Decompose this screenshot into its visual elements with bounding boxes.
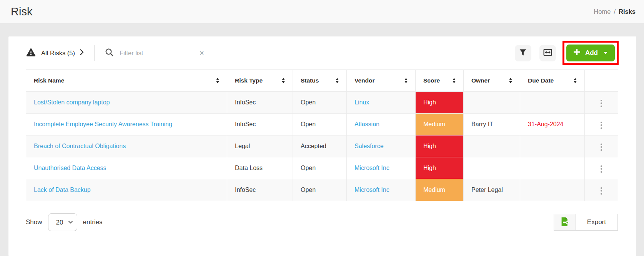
column-header[interactable]: Status xyxy=(293,70,347,92)
vendor-cell: Salesforce xyxy=(347,135,416,157)
kebab-menu-icon[interactable] xyxy=(598,185,604,197)
risk-name-cell: Lack of Data Backup xyxy=(26,179,227,201)
table-row: Incomplete Employee Security Awareness T… xyxy=(26,114,618,135)
owner-cell: Barry IT xyxy=(464,114,520,135)
vendor-link[interactable]: Microsoft Inc xyxy=(354,187,389,193)
view-selector-label: All Risks (5) xyxy=(41,50,75,57)
sort-arrows-icon[interactable] xyxy=(404,78,408,84)
row-actions-cell xyxy=(585,179,618,201)
filter-funnel-icon xyxy=(518,48,528,58)
sort-arrows-icon[interactable] xyxy=(282,78,285,84)
score-badge: High xyxy=(416,135,463,157)
risk-table: Risk NameRisk TypeStatusVendorScoreOwner… xyxy=(26,69,618,201)
vendor-link[interactable]: Microsoft Inc xyxy=(354,165,389,171)
score-cell: High xyxy=(416,92,464,114)
risk-name-link[interactable]: Lack of Data Backup xyxy=(34,187,91,193)
risk-type-cell: InfoSec xyxy=(227,92,293,114)
filter-button[interactable] xyxy=(515,45,531,61)
risk-name-link[interactable]: Breach of Contractual Obligations xyxy=(34,143,126,149)
breadcrumb: Home / Risks xyxy=(594,8,636,15)
column-header[interactable]: Risk Name xyxy=(26,70,227,92)
risk-name-link[interactable]: Unauthorised Data Access xyxy=(34,165,107,171)
page-size-select[interactable]: 20 xyxy=(48,213,77,231)
vendor-link[interactable]: Atlassian xyxy=(354,121,379,127)
score-cell: High xyxy=(416,157,464,179)
entries-label: entries xyxy=(83,218,103,226)
column-header-label: Vendor xyxy=(354,77,375,84)
caret-down-icon xyxy=(604,52,607,54)
score-badge: High xyxy=(416,157,463,179)
due-date-cell xyxy=(520,157,585,179)
breadcrumb-home-link[interactable]: Home xyxy=(594,8,611,15)
due-date-cell: 31-Aug-2024 xyxy=(520,114,585,135)
kebab-menu-icon[interactable] xyxy=(598,163,604,175)
due-date-cell xyxy=(520,92,585,114)
column-header[interactable]: Owner xyxy=(464,70,520,92)
vendor-link[interactable]: Salesforce xyxy=(354,143,384,149)
kebab-menu-icon[interactable] xyxy=(598,119,604,131)
sort-arrows-icon[interactable] xyxy=(336,78,339,84)
table-footer: Show 20 entries xyxy=(26,213,618,231)
add-button-label: Add xyxy=(585,49,598,57)
sort-arrows-icon[interactable] xyxy=(453,78,456,84)
chevron-right-icon xyxy=(80,49,84,57)
vendor-link[interactable]: Linux xyxy=(354,99,369,106)
top-bar: Risk Home / Risks xyxy=(0,0,644,24)
clear-filter-icon[interactable]: ✕ xyxy=(199,50,204,57)
sort-arrows-icon[interactable] xyxy=(509,78,512,84)
kebab-menu-icon[interactable] xyxy=(598,141,604,153)
table-row: Lack of Data BackupInfoSecOpenMicrosoft … xyxy=(26,179,618,201)
plus-icon xyxy=(574,49,580,57)
owner-cell xyxy=(464,92,520,114)
column-width-button[interactable] xyxy=(539,45,556,61)
breadcrumb-separator: / xyxy=(614,8,616,15)
column-header[interactable]: Risk Type xyxy=(227,70,293,92)
add-button[interactable]: Add xyxy=(566,45,615,61)
risk-type-cell: InfoSec xyxy=(227,114,293,135)
due-date-cell xyxy=(520,135,585,157)
column-header-label: Due Date xyxy=(528,77,554,84)
table-row: Unauthorised Data AccessData LossOpenMic… xyxy=(26,157,618,179)
status-cell: Open xyxy=(293,179,347,201)
status-cell: Open xyxy=(293,114,347,135)
column-header-label: Risk Type xyxy=(235,77,263,84)
warning-triangle-icon xyxy=(26,48,36,59)
column-header[interactable]: Due Date xyxy=(520,70,585,92)
risk-name-cell: Lost/Stolen company laptop xyxy=(26,92,227,114)
risk-name-link[interactable]: Incomplete Employee Security Awareness T… xyxy=(34,121,172,127)
status-cell: Open xyxy=(293,157,347,179)
kebab-menu-icon[interactable] xyxy=(598,97,604,109)
column-header[interactable]: Vendor xyxy=(347,70,416,92)
score-cell: Medium xyxy=(416,114,464,135)
risk-list-card: All Risks (5) ✕ xyxy=(8,36,636,256)
sort-arrows-icon[interactable] xyxy=(574,78,577,84)
column-header[interactable]: Score xyxy=(416,70,464,92)
filter-list-input[interactable] xyxy=(120,50,193,57)
page-size-wrap: 20 xyxy=(48,213,77,231)
view-selector[interactable]: All Risks (5) xyxy=(26,48,84,59)
sort-arrows-icon[interactable] xyxy=(216,78,219,84)
toolbar-divider xyxy=(94,45,95,61)
table-row: Lost/Stolen company laptopInfoSecOpenLin… xyxy=(26,92,618,114)
export-button[interactable]: Export xyxy=(554,214,618,231)
export-file-icon xyxy=(559,216,570,228)
row-actions-cell xyxy=(585,135,618,157)
score-badge: Medium xyxy=(416,114,463,135)
table-header-row: Risk NameRisk TypeStatusVendorScoreOwner… xyxy=(26,70,618,92)
column-header xyxy=(585,70,618,92)
owner-cell xyxy=(464,135,520,157)
add-button-highlight: Add xyxy=(562,41,619,65)
page-title: Risk xyxy=(11,5,32,18)
risk-name-link[interactable]: Lost/Stolen company laptop xyxy=(34,99,110,106)
search-icon xyxy=(105,48,114,58)
column-width-icon xyxy=(543,48,552,58)
show-label: Show xyxy=(26,218,42,226)
risk-type-cell: Data Loss xyxy=(227,157,293,179)
column-header-label: Risk Name xyxy=(34,77,64,84)
row-actions-cell xyxy=(585,92,618,114)
score-cell: High xyxy=(416,135,464,157)
risk-type-cell: Legal xyxy=(227,135,293,157)
risk-type-cell: InfoSec xyxy=(227,179,293,201)
column-header-label: Owner xyxy=(471,77,490,84)
table-body: Lost/Stolen company laptopInfoSecOpenLin… xyxy=(26,92,618,201)
